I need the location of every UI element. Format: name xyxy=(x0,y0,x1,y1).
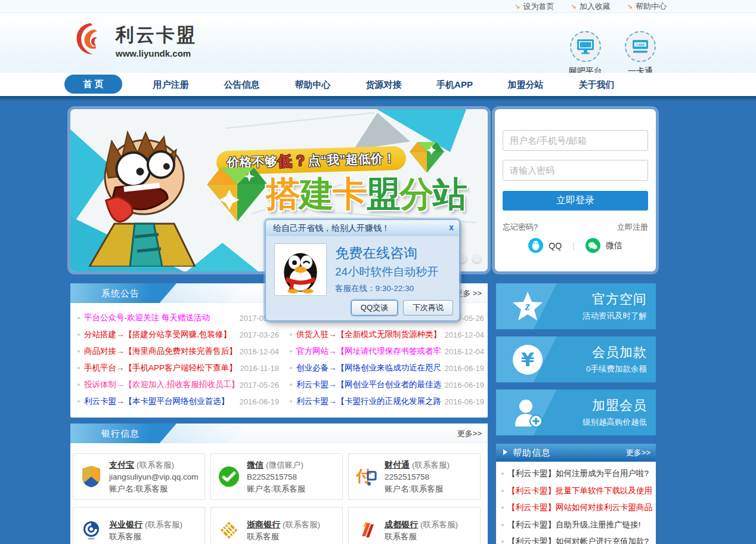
bullet-icon xyxy=(501,490,504,492)
help-more-link[interactable]: 更多>> xyxy=(626,444,650,462)
username-input[interactable] xyxy=(503,130,648,151)
nav-item-announcements[interactable]: 公告信息 xyxy=(206,73,277,96)
cartoon-character xyxy=(73,118,219,269)
news-item[interactable]: 平台公众号-欢迎关注 每天赠送活动2017-05-26 xyxy=(75,310,279,326)
nav-item-register[interactable]: 用户注册 xyxy=(135,73,206,96)
bullet-icon xyxy=(501,540,504,543)
dialog-headline: 免费在线咨询 xyxy=(335,244,417,262)
card-icon: CARD xyxy=(625,31,656,62)
promo-official-space[interactable]: z 官方空间 活动资讯及时了解 xyxy=(496,283,656,329)
ribbon-q: ？ xyxy=(292,151,308,171)
wechat-login-icon[interactable] xyxy=(585,238,600,253)
bullet-icon xyxy=(78,350,80,353)
news-item[interactable]: 商品对接→【海里商品免费对接完善售后】2016-12-04 xyxy=(75,343,279,360)
bank-card-tenpay[interactable]: 付 财付通(联系客服) 2252515758 账户名:联系客服 xyxy=(348,453,481,500)
logo[interactable]: 利云卡盟 www.liyundk.com xyxy=(74,21,197,60)
help-center-link[interactable]: ↘帮助中心 xyxy=(627,1,667,12)
news-item[interactable]: 供货入驻→【全新模式无限制货源种类】2016-12-04 xyxy=(287,326,484,343)
news-item[interactable]: 利云卡盟→【卡盟行业的正规化发展之路】2016-06-19 xyxy=(287,393,484,410)
banner-title-char: 分 xyxy=(399,174,433,213)
help-item[interactable]: 【利云卡盟】自助升级,注册推广链接! xyxy=(500,517,652,534)
bank-card-czb[interactable]: 浙商银行(联系客服) 联系客服 xyxy=(210,507,343,544)
nav-item-help[interactable]: 帮助中心 xyxy=(277,73,348,96)
wechat-login-label[interactable]: 微信 xyxy=(606,240,622,251)
bank-card-alipay[interactable]: 支付宝(联系客服) jiangsuliyun@vip.qq.com 账户名:联系… xyxy=(73,453,205,500)
gem-icon xyxy=(204,164,271,227)
bank-info-panel: 银行信息 更多>> 支付宝(联系客服) jiangsuliyun@vip.qq.… xyxy=(70,424,488,544)
news-item[interactable]: 手机平台→【手机APP客户端轻松下查单】..2016-11-18 xyxy=(75,360,279,376)
qq-chat-button[interactable]: QQ交谈 xyxy=(351,300,398,316)
site-title: 利云卡盟 xyxy=(116,23,197,48)
wechat-pay-icon xyxy=(217,466,241,487)
register-link[interactable]: 立即注册 xyxy=(617,222,648,233)
bank-card-wechat[interactable]: 微信(微信账户) B2252515758 账户名:联系客服 xyxy=(210,453,343,500)
bullet-icon xyxy=(501,506,504,509)
header: 利云卡盟 www.liyundk.com 网吧平台 xyxy=(0,13,756,73)
nav-item-supply[interactable]: 货源对接 xyxy=(348,73,419,96)
header-quick-icons: 网吧平台 CARD 一卡通 xyxy=(564,31,662,77)
yen-icon: ¥ xyxy=(512,344,544,376)
bank-account: B2252515758 xyxy=(247,471,305,483)
logo-swirl-icon xyxy=(74,21,110,60)
bullet-icon xyxy=(78,333,80,336)
ribbon-em: 低 xyxy=(277,152,293,171)
help-item[interactable]: 【利云卡盟】如何对帐户进行充值加款? xyxy=(500,533,652,544)
nav-item-home[interactable]: 首 页 xyxy=(64,75,122,94)
forgot-password-link[interactable]: 忘记密码? xyxy=(503,222,538,233)
qq-login-label[interactable]: QQ xyxy=(549,241,562,251)
yikatong-button[interactable]: CARD 一卡通 xyxy=(619,31,662,77)
news-date: 2017-05-26 xyxy=(236,381,280,390)
promo-join-member[interactable]: 加盟会员 级别越高购价越低 xyxy=(496,390,656,435)
add-favorite-label: 加入收藏 xyxy=(580,1,611,12)
promo-subtitle: 活动资讯及时了解 xyxy=(583,311,647,322)
topbar-links: ↘设为首页 ↘加入收藏 ↘帮助中心 xyxy=(515,0,667,13)
qq-login-icon[interactable] xyxy=(528,238,543,253)
login-panel: 立即登录 忘记密码? 立即注册 QQ | 微信 xyxy=(495,109,656,271)
news-item[interactable]: 利云卡盟→【网创业平台创业者的最佳选择..2016-06-19 xyxy=(287,376,484,393)
carousel-dot[interactable] xyxy=(472,254,482,264)
password-input[interactable] xyxy=(503,160,648,181)
add-favorite-link[interactable]: ↘加入收藏 xyxy=(571,1,611,12)
announcements-left-column: 平台公众号-欢迎关注 每天赠送活动2017-05-26 分站搭建→【搭建分站享受… xyxy=(75,310,279,410)
help-item[interactable]: 【利云卡盟】如何注册成为平台用户啦? xyxy=(500,465,652,483)
bank-holder: 账户名:联系客服 xyxy=(247,483,305,495)
news-date: 2017-03-26 xyxy=(236,330,280,339)
main-nav: 首 页 用户注册 公告信息 帮助中心 货源对接 手机APP 加盟分站 关于我们 xyxy=(0,73,756,96)
bullet-icon xyxy=(78,367,80,369)
chengdu-bank-icon xyxy=(355,520,379,541)
news-item[interactable]: 分站搭建→【搭建分站享受网赚,包装修】2017-03-26 xyxy=(75,326,279,343)
bullet-icon xyxy=(501,524,504,526)
czb-bank-icon xyxy=(217,520,241,541)
news-date: 2016-06-19 xyxy=(441,397,485,406)
netbar-platform-button[interactable]: 网吧平台 xyxy=(564,31,607,77)
dialog-title: 给自己开省钱，给别人开赚钱！ xyxy=(266,220,459,236)
social-divider: | xyxy=(572,241,575,251)
bank-card-cib[interactable]: 兴业银行(联系客服) 联系客服 xyxy=(73,507,205,544)
promo-title: 会员加款 xyxy=(592,344,647,361)
sketch-line xyxy=(226,112,374,129)
set-home-link[interactable]: ↘设为首页 xyxy=(515,1,554,12)
qq-promo-dialog: 给自己开省钱，给别人开赚钱！ x 免费在线咨询 24小时软件自动秒开 客服在线：… xyxy=(265,220,460,321)
bullet-icon xyxy=(501,472,504,475)
news-item[interactable]: 利云卡盟→【本卡盟平台网络创业首选】2016-06-19 xyxy=(75,393,279,410)
later-button[interactable]: 下次再说 xyxy=(403,300,453,316)
nav-item-franchise[interactable]: 加盟分站 xyxy=(490,73,561,96)
news-item[interactable]: 创业必备→【网络创业来临成功近在咫尺】2016-06-19 xyxy=(287,360,484,376)
help-title: 帮助信息 xyxy=(513,444,551,462)
news-item[interactable]: 投诉体制→【欢迎加入,招收客服招收员工】2017-05-26 xyxy=(75,376,279,393)
bank-card-chengdu[interactable]: 成都银行(联系客服) 联系客服 xyxy=(348,507,481,544)
nav-item-mobile-app[interactable]: 手机APP xyxy=(419,73,490,96)
login-button[interactable]: 立即登录 xyxy=(503,191,648,211)
nav-item-about[interactable]: 关于我们 xyxy=(561,73,632,96)
bank-holder: 联系客服 xyxy=(385,531,458,543)
news-item[interactable]: 官方网站→【网址请代理保存书签或者牢记..2016-12-04 xyxy=(287,343,484,360)
play-icon xyxy=(503,449,507,455)
promo-member-deposit[interactable]: ¥ 会员加款 0手续费加款余额 xyxy=(496,336,656,382)
help-item[interactable]: 【利云卡盟】批量下单软件下载以及使用.. xyxy=(500,483,652,500)
banks-more-link[interactable]: 更多>> xyxy=(457,424,482,443)
help-item[interactable]: 【利云卡盟】网站如何对接利云卡盟商品.. xyxy=(500,499,652,517)
page: ↘设为首页 ↘加入收藏 ↘帮助中心 利云卡盟 www.liyundk.com xyxy=(0,0,756,544)
bullet-icon xyxy=(78,400,80,403)
close-icon[interactable]: x xyxy=(449,222,454,233)
help-center-label: 帮助中心 xyxy=(636,1,667,12)
